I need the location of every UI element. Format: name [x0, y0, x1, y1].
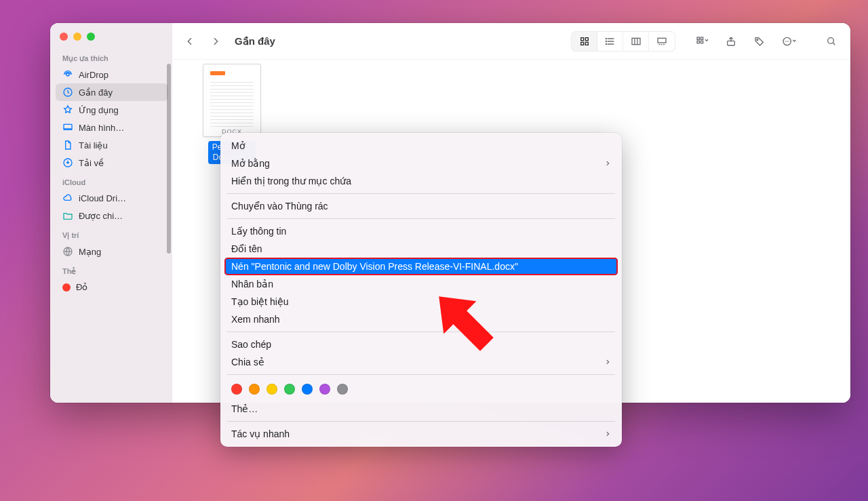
airdrop-icon: [62, 69, 73, 80]
view-icons-button[interactable]: [572, 32, 597, 51]
menu-separator: [227, 421, 615, 422]
svg-rect-13: [658, 38, 666, 43]
sidebar-item-label: AirDrop: [79, 70, 108, 80]
fullscreen-window-button[interactable]: [87, 33, 95, 41]
view-list-button[interactable]: [597, 32, 623, 51]
menu-item-share[interactable]: Chia sẻ: [224, 353, 618, 371]
svg-rect-16: [701, 37, 703, 39]
sidebar-item-applications[interactable]: Ứng dụng: [56, 101, 168, 119]
menu-item-rename[interactable]: Đổi tên: [224, 240, 618, 258]
sidebar-item-label: Tải về: [79, 158, 104, 168]
svg-point-19: [757, 39, 758, 40]
group-by-button[interactable]: [692, 32, 713, 51]
sidebar-item-label: Đỏ: [76, 282, 87, 292]
tag-color-purple[interactable]: [319, 384, 330, 395]
menu-item-open[interactable]: Mở: [224, 137, 618, 155]
file-thumbnail[interactable]: DOCX: [203, 64, 261, 137]
svg-point-9: [606, 38, 606, 39]
sidebar-item-documents[interactable]: Tài liệu: [56, 136, 168, 154]
svg-point-21: [785, 41, 786, 41]
context-menu: Mở Mở bằng Hiển thị trong thư mục chứa C…: [220, 133, 622, 447]
sidebar-item-airdrop[interactable]: AirDrop: [56, 66, 168, 83]
window-controls: [50, 23, 172, 45]
svg-rect-8: [585, 42, 588, 45]
menu-item-compress[interactable]: Nén "Pentonic and new Dolby Vision Press…: [224, 258, 618, 275]
sidebar-item-network[interactable]: Mạng: [56, 243, 168, 260]
menu-item-show-in-folder[interactable]: Hiển thị trong thư mục chứa: [224, 172, 618, 190]
sidebar-item-label: iCloud Dri…: [79, 193, 126, 203]
sidebar-item-label: Mạng: [79, 247, 101, 257]
location-title: Gần đây: [235, 35, 275, 47]
svg-rect-6: [585, 37, 588, 40]
view-columns-button[interactable]: [623, 32, 649, 51]
menu-separator: [227, 193, 615, 194]
menu-tag-colors: [224, 378, 618, 400]
sidebar: Mục ưa thích AirDrop Gần đây Ứng dụng: [50, 23, 172, 403]
chevron-right-icon: [604, 430, 611, 437]
sidebar-item-downloads[interactable]: Tải về: [56, 154, 168, 172]
view-gallery-button[interactable]: [649, 32, 675, 51]
svg-rect-17: [701, 41, 703, 43]
close-window-button[interactable]: [60, 33, 68, 41]
tag-color-green[interactable]: [284, 384, 295, 395]
tag-color-blue[interactable]: [302, 384, 313, 395]
sidebar-item-label: Tài liệu: [79, 140, 108, 151]
tag-dot-red: [62, 283, 71, 292]
svg-rect-15: [697, 41, 699, 43]
sidebar-heading-locations: Vị trí: [56, 224, 168, 243]
menu-item-duplicate[interactable]: Nhân bản: [224, 275, 618, 293]
sidebar-heading-favorites: Mục ưa thích: [56, 47, 168, 66]
chevron-right-icon: [604, 359, 611, 365]
sidebar-item-shared[interactable]: Được chi…: [56, 207, 168, 224]
tag-color-yellow[interactable]: [267, 384, 277, 395]
svg-point-23: [788, 41, 789, 41]
tag-color-orange[interactable]: [249, 384, 260, 395]
cloud-icon: [62, 193, 73, 203]
menu-item-tags[interactable]: Thẻ…: [224, 400, 618, 418]
svg-point-22: [787, 41, 787, 41]
view-mode-segmented: [571, 31, 675, 52]
menu-separator: [227, 218, 615, 219]
svg-point-11: [606, 43, 606, 44]
sidebar-item-desktop[interactable]: Màn hình…: [56, 119, 168, 136]
clock-icon: [62, 87, 73, 98]
menu-item-make-alias[interactable]: Tạo biệt hiệu: [224, 293, 618, 310]
sidebar-heading-icloud: iCloud: [56, 172, 168, 189]
sidebar-item-recents[interactable]: Gần đây: [56, 83, 168, 101]
sidebar-item-label: Màn hình…: [79, 123, 124, 133]
sidebar-item-tag-red[interactable]: Đỏ: [56, 279, 168, 296]
minimize-window-button[interactable]: [73, 33, 81, 41]
shared-folder-icon: [62, 210, 73, 221]
sidebar-scroll: Mục ưa thích AirDrop Gần đây Ứng dụng: [50, 45, 172, 302]
apps-icon: [62, 104, 73, 115]
network-icon: [62, 246, 73, 257]
menu-item-copy[interactable]: Sao chép: [224, 336, 618, 353]
svg-point-24: [828, 37, 834, 43]
menu-item-open-with[interactable]: Mở bằng: [224, 155, 618, 172]
svg-rect-5: [580, 37, 583, 40]
svg-point-0: [66, 73, 69, 76]
nav-forward-button[interactable]: [206, 32, 225, 51]
svg-rect-14: [697, 37, 699, 39]
menu-item-get-info[interactable]: Lấy thông tin: [224, 222, 618, 240]
menu-item-quick-actions[interactable]: Tác vụ nhanh: [224, 425, 618, 443]
sidebar-heading-tags: Thẻ: [56, 260, 168, 279]
menu-item-move-to-trash[interactable]: Chuyển vào Thùng rác: [224, 197, 618, 215]
svg-rect-7: [580, 42, 583, 45]
sidebar-scrollbar[interactable]: [167, 64, 171, 254]
actions-menu-button[interactable]: [777, 32, 802, 51]
chevron-right-icon: [604, 160, 611, 167]
tag-color-red[interactable]: [231, 384, 242, 395]
share-button[interactable]: [720, 32, 742, 51]
nav-back-button[interactable]: [180, 32, 199, 51]
menu-item-quick-look[interactable]: Xem nhanh: [224, 310, 618, 328]
menu-separator: [227, 332, 615, 332]
search-button[interactable]: [821, 32, 842, 51]
tags-button[interactable]: [749, 32, 770, 51]
svg-rect-12: [632, 38, 640, 44]
sidebar-item-icloud-drive[interactable]: iCloud Dri…: [56, 189, 168, 207]
tag-color-gray[interactable]: [337, 384, 348, 395]
document-icon: [62, 140, 73, 151]
svg-point-10: [606, 41, 606, 41]
sidebar-item-label: Gần đây: [79, 87, 113, 98]
